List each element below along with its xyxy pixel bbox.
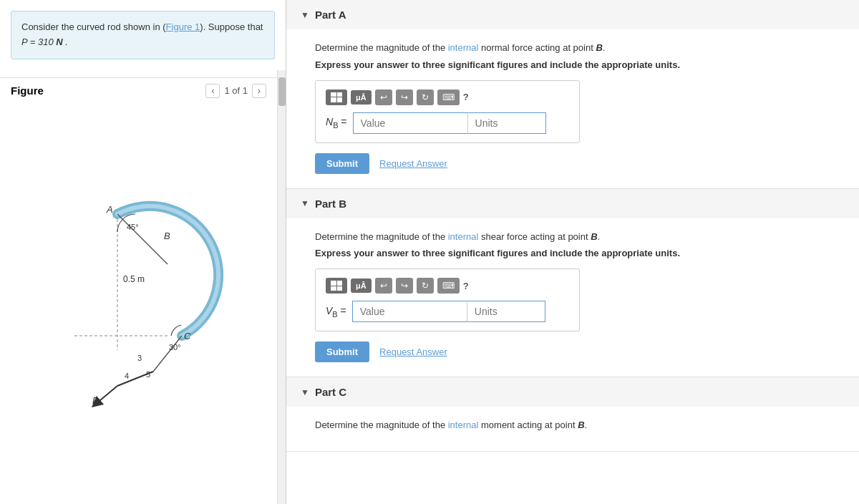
part-a-units-input[interactable] bbox=[467, 112, 546, 134]
figure-header: Figure ‹ 1 of 1 › bbox=[0, 77, 277, 104]
part-b-var-label: VB = bbox=[326, 305, 346, 319]
part-a-arrow: ▼ bbox=[301, 10, 309, 20]
label-4: 4 bbox=[125, 372, 129, 380]
part-a-undo-button[interactable]: ↩ bbox=[375, 89, 392, 105]
section-part-c: ▼ Part C Determine the magnitude of the … bbox=[286, 377, 859, 452]
part-b-mu-button[interactable]: μÂ bbox=[351, 278, 372, 293]
problem-text-line2: P = 310 N . bbox=[21, 37, 68, 47]
part-b-help: ? bbox=[463, 281, 469, 291]
label-b: B bbox=[164, 231, 170, 241]
label-45: 45° bbox=[127, 223, 139, 231]
label-3: 3 bbox=[137, 354, 142, 362]
part-a-mu-button[interactable]: μÂ bbox=[351, 90, 372, 105]
figure-next-button[interactable]: › bbox=[252, 84, 266, 98]
part-a-keyboard-button[interactable]: ⌨ bbox=[437, 89, 460, 105]
mu-icon-b: μÂ bbox=[356, 281, 367, 290]
part-b-units-input[interactable] bbox=[467, 301, 545, 322]
part-b-request-link[interactable]: Request Answer bbox=[379, 346, 447, 357]
part-c-title: Part C bbox=[315, 386, 346, 398]
part-a-input-row: NB = bbox=[326, 112, 569, 134]
section-part-b: ▼ Part B Determine the magnitude of the … bbox=[286, 189, 859, 378]
part-b-input-row: VB = bbox=[326, 301, 569, 322]
label-a: A bbox=[106, 204, 113, 215]
figure-nav-label: 1 of 1 bbox=[224, 85, 248, 96]
label-30: 30° bbox=[169, 343, 181, 352]
grid-icon-b bbox=[331, 281, 342, 291]
part-b-actions: Submit Request Answer bbox=[315, 341, 830, 362]
figure-svg: A B 45° 0.5 m C 30° bbox=[53, 200, 225, 407]
part-a-toolbar: μÂ ↩ ↪ ↻ ⌨ ? bbox=[326, 89, 569, 105]
part-a-help: ? bbox=[463, 92, 469, 102]
mu-icon: μÂ bbox=[356, 93, 367, 102]
part-b-content: Determine the magnitude of the internal … bbox=[286, 218, 859, 377]
part-a-actions: Submit Request Answer bbox=[315, 153, 830, 174]
svg-line-4 bbox=[96, 386, 117, 404]
label-5: 5 bbox=[146, 370, 150, 379]
label-c: C bbox=[184, 331, 191, 341]
redo-icon: ↪ bbox=[401, 92, 408, 102]
keyboard-icon: ⌨ bbox=[442, 92, 455, 102]
part-b-submit-button[interactable]: Submit bbox=[315, 341, 369, 362]
part-a-redo-button[interactable]: ↪ bbox=[396, 89, 413, 105]
section-part-a: ▼ Part A Determine the magnitude of the … bbox=[286, 0, 859, 189]
part-a-header[interactable]: ▼ Part A bbox=[286, 0, 859, 29]
figure-title: Figure bbox=[11, 84, 44, 97]
part-a-answer-box: μÂ ↩ ↪ ↻ ⌨ ? N bbox=[315, 80, 580, 143]
part-c-content: Determine the magnitude of the internal … bbox=[286, 407, 859, 451]
undo-icon-b: ↩ bbox=[380, 281, 387, 291]
part-a-refresh-button[interactable]: ↻ bbox=[417, 89, 434, 105]
part-a-question: Determine the magnitude of the internal … bbox=[315, 41, 830, 55]
part-a-value-input[interactable] bbox=[353, 112, 467, 134]
left-panel: Consider the curved rod shown in (Figure… bbox=[0, 0, 286, 504]
refresh-icon-b: ↻ bbox=[422, 281, 429, 291]
label-p: P bbox=[92, 395, 99, 406]
part-b-keyboard-button[interactable]: ⌨ bbox=[437, 278, 460, 294]
part-a-submit-button[interactable]: Submit bbox=[315, 153, 369, 174]
scrollbar[interactable] bbox=[277, 70, 286, 504]
part-b-answer-box: μÂ ↩ ↪ ↻ ⌨ ? V bbox=[315, 268, 580, 331]
figure-area: A B 45° 0.5 m C 30° bbox=[0, 104, 277, 504]
part-b-question: Determine the magnitude of the internal … bbox=[315, 230, 830, 244]
figure1-link[interactable]: Figure 1 bbox=[166, 21, 200, 32]
right-panel: ▼ Part A Determine the magnitude of the … bbox=[286, 0, 859, 504]
refresh-icon: ↻ bbox=[422, 92, 429, 102]
problem-text-line1: Consider the curved rod shown in (Figure… bbox=[21, 21, 263, 32]
part-b-title: Part B bbox=[315, 198, 346, 210]
part-b-arrow: ▼ bbox=[301, 198, 309, 208]
problem-statement: Consider the curved rod shown in (Figure… bbox=[11, 11, 275, 59]
scrollbar-thumb[interactable] bbox=[278, 77, 286, 106]
part-b-refresh-button[interactable]: ↻ bbox=[417, 278, 434, 294]
part-a-instruction: Express your answer to three significant… bbox=[315, 59, 830, 70]
part-c-header[interactable]: ▼ Part C bbox=[286, 377, 859, 407]
part-b-grid-button[interactable] bbox=[326, 278, 347, 294]
part-c-arrow: ▼ bbox=[301, 387, 309, 397]
label-05m: 0.5 m bbox=[123, 274, 145, 284]
part-b-instruction: Express your answer to three significant… bbox=[315, 248, 830, 258]
figure-prev-button[interactable]: ‹ bbox=[205, 84, 220, 98]
part-a-var-label: NB = bbox=[326, 116, 347, 130]
part-b-value-input[interactable] bbox=[352, 301, 467, 322]
svg-line-2 bbox=[117, 214, 168, 264]
part-b-header[interactable]: ▼ Part B bbox=[286, 189, 859, 218]
part-a-grid-button[interactable] bbox=[326, 89, 347, 105]
part-b-undo-button[interactable]: ↩ bbox=[375, 278, 392, 294]
figure-nav: ‹ 1 of 1 › bbox=[205, 84, 266, 98]
undo-icon: ↩ bbox=[380, 92, 387, 102]
grid-icon bbox=[331, 92, 342, 102]
part-c-question: Determine the magnitude of the internal … bbox=[315, 418, 830, 432]
part-a-title: Part A bbox=[315, 9, 346, 21]
part-b-toolbar: μÂ ↩ ↪ ↻ ⌨ ? bbox=[326, 278, 569, 294]
keyboard-icon-b: ⌨ bbox=[442, 281, 455, 291]
part-a-request-link[interactable]: Request Answer bbox=[379, 158, 447, 169]
redo-icon-b: ↪ bbox=[401, 281, 408, 291]
part-a-content: Determine the magnitude of the internal … bbox=[286, 29, 859, 188]
part-b-redo-button[interactable]: ↪ bbox=[396, 278, 413, 294]
